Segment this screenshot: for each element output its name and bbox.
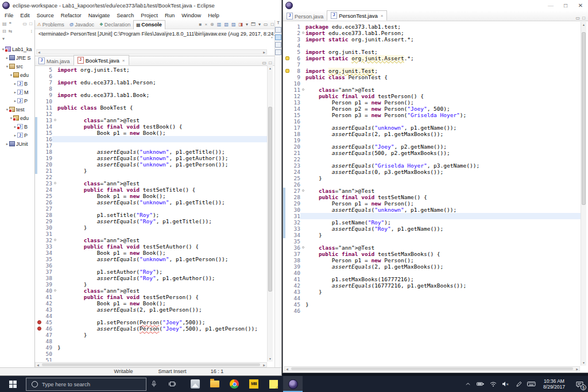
minimize-icon[interactable]: ▭ [575, 15, 582, 21]
word-wrap-icon[interactable]: ▨ [230, 22, 237, 27]
taskbar-app-file-explorer[interactable] [205, 376, 225, 392]
code-line[interactable]: 9public class PersonTest { [283, 74, 581, 80]
code-line[interactable]: 33 assertEquals("Roy", p1.getName()); [283, 226, 581, 232]
code-line[interactable]: 21 assertEquals(500, p2.getMaxBooks()); [283, 150, 581, 156]
scrollbar-thumb[interactable] [582, 32, 586, 205]
line-number[interactable]: 33 [42, 243, 52, 250]
taskbar-app-eclipse[interactable] [283, 376, 303, 392]
scrollbar-thumb[interactable] [291, 367, 573, 370]
code-line[interactable]: 11public class BookTest { [35, 104, 267, 111]
editor-vscrollbar[interactable]: ▲ ▼ [267, 65, 273, 362]
code-line[interactable]: 22 [35, 174, 267, 180]
line-number[interactable]: 3 [291, 36, 300, 42]
code-line[interactable]: 20 assertEquals("unknown", p1.getPerson(… [35, 161, 267, 168]
code-line[interactable]: 18 assertEquals("unknown", p1.getTitle()… [35, 149, 267, 155]
code-line[interactable]: 12 public final void testPerson() { [283, 93, 581, 99]
code-line[interactable]: 23 assertEquals("Griselda Hoyer", p3.get… [283, 162, 581, 169]
line-number[interactable]: 47 [42, 332, 52, 338]
line-number[interactable]: 5 [291, 49, 300, 55]
collapse-all-icon[interactable]: ⊟ [1, 29, 7, 34]
code-line[interactable]: 6 [35, 73, 267, 79]
task-view-icon[interactable] [165, 376, 180, 392]
code-line[interactable]: 17 [35, 142, 267, 149]
line-number[interactable]: 32 [291, 219, 300, 226]
line-number[interactable]: 50 [42, 351, 52, 357]
line-number[interactable]: 1 [291, 24, 300, 30]
line-number[interactable]: 25 [291, 175, 300, 181]
expand-arrow-icon[interactable]: ▸ [13, 90, 17, 95]
windows-ink-pen-icon[interactable] [512, 376, 525, 392]
code-line[interactable]: 16 [35, 136, 267, 142]
line-number[interactable]: 41 [42, 294, 52, 300]
menu-project[interactable]: Project [137, 12, 161, 18]
line-number[interactable]: 26 [42, 199, 52, 205]
expand-arrow-icon[interactable]: ▸ [13, 133, 17, 138]
line-number[interactable]: 44 [42, 313, 52, 319]
editor-hscrollbar[interactable]: ◀ ▶ [35, 362, 267, 367]
line-number[interactable]: 31 [42, 231, 52, 237]
code-line[interactable]: 3import static org.junit.Assert.*; [283, 36, 581, 42]
close-icon[interactable]: × [381, 13, 384, 18]
code-line[interactable]: 4 [283, 42, 581, 49]
code-line[interactable]: 19 assertEquals("unknown", p1.getAuthor(… [35, 155, 267, 161]
line-number[interactable]: 8 [291, 68, 300, 74]
minimize-view-icon[interactable]: ▭ [22, 21, 29, 26]
code-line[interactable]: 13 Person p1 = new Person(); [283, 99, 581, 106]
minimize-view-icon[interactable]: ▭ [262, 22, 270, 27]
line-number[interactable]: 26 [291, 181, 300, 188]
code-line[interactable]: 6import static org.junit.Assert.*; [283, 55, 581, 61]
scroll-down-icon[interactable]: ▼ [268, 356, 273, 362]
menu-help[interactable]: Help [204, 12, 223, 18]
view-dropdown-icon[interactable]: ▾ [1, 36, 6, 41]
code-line[interactable]: 29 assertEquals("Roy", p1.getTitle()); [35, 218, 267, 224]
minimized-view-icon[interactable] [275, 42, 281, 48]
battery-icon[interactable] [474, 376, 487, 392]
close-icon[interactable]: × [122, 58, 125, 63]
code-line[interactable]: 39 } [35, 281, 267, 288]
code-line[interactable]: 27 [35, 205, 267, 212]
code-line[interactable]: 45} [283, 301, 581, 308]
maximize-icon[interactable]: □ [581, 15, 586, 21]
person-test-code-area[interactable]: 1package edu.ece373.lab1.test;2import ed… [283, 22, 581, 366]
expand-arrow-icon[interactable]: ▸ [5, 56, 9, 60]
expand-arrow-icon[interactable]: ▸ [5, 142, 9, 146]
code-line[interactable]: 25 } [283, 175, 581, 181]
line-number[interactable]: 29 [42, 218, 52, 224]
line-number[interactable]: 38 [291, 257, 300, 263]
open-console-icon[interactable]: 🗔 [250, 22, 257, 27]
expand-arrow-icon[interactable]: ▸ [13, 99, 17, 103]
line-number[interactable]: 11 [291, 87, 300, 93]
maximize-icon[interactable]: □ [268, 60, 273, 65]
tree-item-b[interactable]: ▸JB [0, 79, 34, 88]
console-hscrollbar[interactable]: ◀ ▶ [36, 49, 267, 55]
line-number[interactable]: 23 [291, 162, 300, 169]
code-line[interactable]: 42 assertEquals(16777216, p1.getMaxBooks… [283, 282, 581, 289]
line-number[interactable]: 12 [291, 93, 300, 99]
explorer-menu-icon[interactable]: ⁞ [30, 29, 33, 34]
line-number[interactable]: 7 [291, 61, 300, 68]
code-line[interactable]: 47 } [35, 332, 267, 338]
left-window-titlebar[interactable]: eclipse-workspace - Lab1_kapoor/test/edu… [0, 0, 281, 10]
line-number[interactable]: 35 [291, 238, 300, 244]
line-number[interactable]: 6 [291, 55, 300, 61]
code-line[interactable]: 28 public final void testSetName() { [283, 194, 581, 200]
tree-item-edu[interactable]: ▾edu [0, 71, 34, 79]
code-line[interactable]: 42 Book p1 = new Book(); [35, 300, 267, 306]
code-line[interactable]: 19 [283, 137, 581, 143]
console-scrollbar[interactable]: ▲▼ [269, 30, 274, 46]
code-line[interactable]: 48 [35, 338, 267, 344]
line-number[interactable]: 24 [291, 169, 300, 175]
line-number[interactable]: 18 [291, 131, 300, 137]
remove-launch-icon[interactable]: × [203, 22, 209, 27]
scroll-lock-icon[interactable]: ▧ [223, 22, 230, 27]
code-line[interactable]: 10 [283, 80, 581, 87]
line-number[interactable]: 7 [42, 79, 52, 86]
maximize-button[interactable]: □ [558, 2, 573, 9]
code-line[interactable]: 49} [35, 344, 267, 351]
code-line[interactable]: 37 public final void testSetMaxBooks() { [283, 251, 581, 257]
line-number[interactable]: 33 [291, 226, 300, 232]
code-line[interactable]: 40 class="ann">@Test [35, 288, 267, 294]
minimize-button[interactable]: — [543, 2, 558, 9]
code-line[interactable]: 15 Book p1 = new Book(); [35, 130, 267, 136]
view-menu-icon[interactable]: ▤ [1, 21, 8, 26]
